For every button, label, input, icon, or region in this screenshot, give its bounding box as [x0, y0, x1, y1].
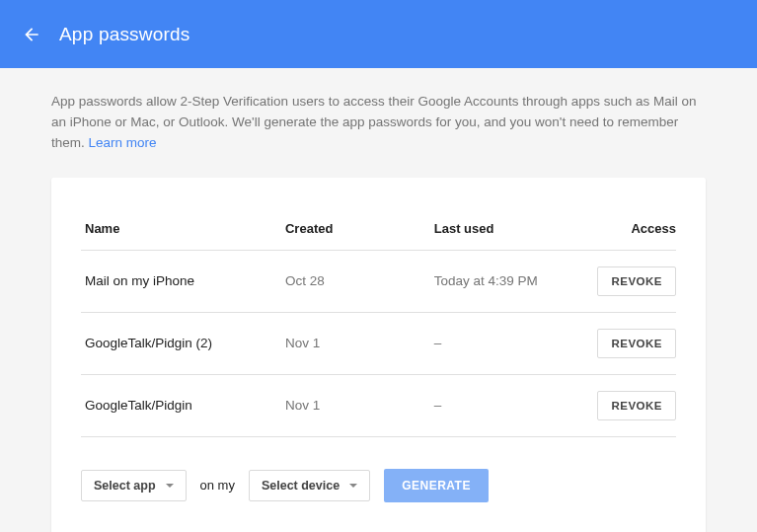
- select-app-label: Select app: [94, 479, 156, 493]
- select-app-dropdown[interactable]: Select app: [81, 470, 187, 501]
- chevron-down-icon: [349, 484, 357, 488]
- table-row: GoogleTalk/Pidgin Nov 1 – REVOKE: [81, 374, 676, 436]
- col-header-last-used: Last used: [426, 209, 575, 251]
- cell-last-used: –: [426, 374, 575, 436]
- back-arrow-icon[interactable]: [20, 23, 43, 46]
- cell-created: Nov 1: [277, 312, 426, 374]
- select-device-label: Select device: [262, 479, 340, 493]
- passwords-card: Name Created Last used Access Mail on my…: [51, 178, 706, 532]
- cell-name: Mail on my iPhone: [81, 250, 277, 312]
- table-row: GoogleTalk/Pidgin (2) Nov 1 – REVOKE: [81, 312, 676, 374]
- learn-more-link[interactable]: Learn more: [89, 135, 157, 150]
- cell-name: GoogleTalk/Pidgin (2): [81, 312, 277, 374]
- content-area: App passwords allow 2-Step Verification …: [0, 68, 757, 532]
- revoke-button[interactable]: REVOKE: [597, 266, 676, 296]
- col-header-name: Name: [81, 209, 277, 251]
- actions-row: Select app on my Select device GENERATE: [81, 469, 676, 502]
- page-title: App passwords: [59, 24, 190, 45]
- revoke-button[interactable]: REVOKE: [597, 391, 676, 420]
- cell-last-used: Today at 4:39 PM: [426, 250, 575, 312]
- table-row: Mail on my iPhone Oct 28 Today at 4:39 P…: [81, 250, 676, 312]
- cell-last-used: –: [426, 312, 575, 374]
- description: App passwords allow 2-Step Verification …: [51, 92, 706, 154]
- col-header-created: Created: [277, 209, 426, 251]
- generate-button[interactable]: GENERATE: [384, 469, 489, 502]
- passwords-table: Name Created Last used Access Mail on my…: [81, 209, 676, 437]
- cell-created: Nov 1: [277, 374, 426, 436]
- select-device-dropdown[interactable]: Select device: [249, 470, 370, 501]
- on-my-text: on my: [200, 478, 235, 493]
- revoke-button[interactable]: REVOKE: [597, 329, 676, 358]
- page-header: App passwords: [0, 0, 757, 68]
- chevron-down-icon: [166, 484, 174, 488]
- cell-name: GoogleTalk/Pidgin: [81, 374, 277, 436]
- col-header-access: Access: [574, 209, 676, 251]
- cell-created: Oct 28: [277, 250, 426, 312]
